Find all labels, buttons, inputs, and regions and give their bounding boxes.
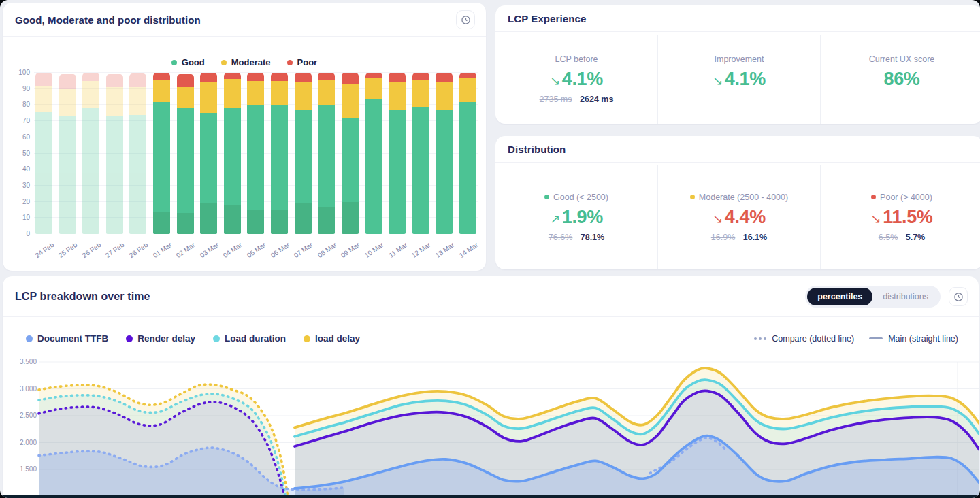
y-axis-tick: 90 — [5, 85, 30, 93]
stat-current-ux-score: Current UX score 86% — [820, 35, 980, 124]
bar-01-mar[interactable] — [153, 73, 170, 234]
seg-good — [436, 110, 453, 234]
y-axis-tick: 3.500 — [20, 358, 37, 365]
bar-27-feb[interactable] — [106, 74, 123, 234]
stacked-bar-chart: 0102030405060708090100 — [34, 73, 478, 234]
seg-moderate — [129, 87, 146, 114]
lcp-breakdown-line-chart: 3.5003.0002.5002.0001.500 — [3, 276, 979, 498]
x-axis-tick: 03 Mar — [199, 241, 220, 259]
bar-03-mar[interactable] — [200, 73, 217, 234]
document-ttfb-dot-icon — [26, 335, 33, 342]
bar-08-mar[interactable] — [318, 73, 335, 234]
bar-12-mar[interactable] — [412, 73, 429, 234]
bar-09-mar[interactable] — [342, 73, 359, 234]
seg-good — [35, 112, 52, 234]
seg-poor — [271, 73, 288, 81]
legend-label: Render delay — [137, 333, 195, 344]
legend-item-load-duration[interactable]: Load duration — [213, 333, 286, 344]
seg-moderate — [318, 80, 335, 105]
stat-label: Improvement — [715, 54, 764, 64]
seg-poor — [365, 73, 382, 78]
seg-moderate — [295, 82, 312, 110]
distribution-card: Distribution Good (< 2500) ↗ 1.9% 76.6% … — [495, 136, 980, 269]
stat-number: 1.9% — [562, 207, 603, 228]
y-axis-tick: 80 — [5, 101, 30, 108]
x-axis-tick: 02 Mar — [175, 241, 197, 259]
trend-down-icon: ↘ — [550, 73, 560, 88]
y-axis-tick: 50 — [5, 150, 30, 157]
legend-item-good[interactable]: Good — [172, 57, 205, 67]
seg-poor — [82, 73, 99, 81]
load-delay-dot-icon — [304, 335, 310, 342]
seg-moderate — [342, 84, 359, 118]
seg-moderate — [153, 80, 170, 102]
seg-poor — [247, 73, 264, 81]
bar-14-mar[interactable] — [459, 73, 476, 234]
y-axis-tick: 40 — [5, 165, 30, 173]
y-axis-tick: 3.000 — [20, 385, 37, 393]
bar-04-mar[interactable] — [224, 73, 241, 234]
bar-26-feb[interactable] — [82, 73, 99, 234]
bar-24-feb[interactable] — [35, 73, 52, 234]
bar-25-feb[interactable] — [59, 74, 76, 234]
legend-label: Compare (dotted line) — [772, 334, 854, 344]
x-axis-tick: 26 Feb — [81, 241, 103, 259]
seg-moderate — [436, 82, 453, 110]
bar-13-mar[interactable] — [436, 73, 453, 234]
bar-28-feb[interactable] — [129, 73, 146, 234]
bar-10-mar[interactable] — [365, 73, 382, 234]
bar-chart-legend: Good Moderate Poor — [3, 57, 486, 67]
x-axis-tick: 10 Mar — [363, 241, 385, 259]
legend-label: Good — [182, 57, 205, 67]
seg-poor — [177, 74, 194, 87]
y-axis-tick: 2.500 — [20, 412, 37, 419]
legend-item-load-delay[interactable]: load delay — [304, 333, 360, 344]
new-value: 2624 ms — [580, 95, 613, 104]
bar-02-mar[interactable] — [177, 74, 194, 234]
y-axis-tick: 0 — [5, 230, 30, 237]
stat-label-text: Poor (> 4000) — [880, 193, 932, 202]
legend-label: Load duration — [225, 333, 286, 344]
legend-item-moderate[interactable]: Moderate — [221, 57, 271, 67]
stat-sub: 2735 ms 2624 ms — [540, 95, 614, 105]
old-value: 2735 ms — [540, 95, 572, 104]
stat-improvement: Improvement ↘ 4.1% — [657, 35, 820, 124]
card-header: Distribution — [495, 136, 980, 163]
lcp-experience-card: LCP Experience LCP before ↘ 4.1% 2735 ms… — [495, 5, 980, 124]
stat-poor: Poor (> 4000) ↘ 11.5% 6.5% 5.7% — [820, 165, 980, 269]
x-axis-tick: 07 Mar — [293, 241, 314, 259]
time-range-button[interactable] — [456, 10, 475, 29]
seg-moderate — [271, 81, 288, 105]
bar-06-mar[interactable] — [271, 73, 288, 234]
bottom-edge-strip — [0, 495, 980, 498]
seg-moderate — [389, 82, 406, 110]
x-axis-tick: 27 Feb — [104, 241, 126, 259]
dotted-line-icon — [754, 337, 766, 340]
legend-label: Poor — [297, 57, 318, 67]
lcp-stats: LCP before ↘ 4.1% 2735 ms 2624 ms Improv… — [495, 35, 980, 124]
stat-lcp-before: LCP before ↘ 4.1% 2735 ms 2624 ms — [495, 35, 657, 124]
y-axis-tick: 30 — [5, 182, 30, 189]
seg-moderate — [200, 82, 217, 113]
old-value: 6.5% — [879, 233, 898, 242]
legend-item-render-delay[interactable]: Render delay — [126, 333, 195, 344]
seg-good — [129, 115, 146, 234]
dashboard: Good, Moderate and poor distribution Goo… — [0, 0, 980, 498]
legend-compare: Compare (dotted line) — [754, 334, 854, 344]
bar-11-mar[interactable] — [389, 73, 406, 234]
good-moderate-poor-card: Good, Moderate and poor distribution Goo… — [3, 3, 486, 271]
card-title: LCP Experience — [508, 13, 586, 24]
seg-poor — [153, 73, 170, 79]
y-axis-tick: 60 — [5, 133, 30, 141]
legend-item-document-ttfb[interactable]: Document TTFB — [26, 333, 108, 344]
seg-good — [459, 102, 476, 234]
bar-05-mar[interactable] — [247, 73, 264, 234]
x-axis-tick: 12 Mar — [410, 241, 432, 259]
bar-shade — [153, 212, 170, 234]
lcp-breakdown-card: LCP breakdown over time percentiles dist… — [3, 276, 979, 498]
stat-label: Moderate (2500 - 4000) — [690, 193, 788, 202]
legend-item-poor[interactable]: Poor — [287, 57, 318, 67]
x-axis-tick: 11 Mar — [387, 241, 408, 259]
bar-07-mar[interactable] — [295, 73, 312, 234]
new-value: 78.1% — [581, 233, 604, 242]
